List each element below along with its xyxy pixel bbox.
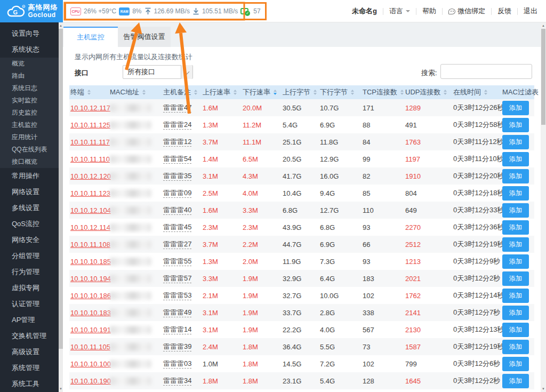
sidebar-item-qq-online-list[interactable]: QQ在线列表 [0,143,63,156]
sidebar-item-qos-flow-control[interactable]: QoS流控 [0,216,63,232]
host-note[interactable]: 雷雷雷14 [163,325,191,334]
host-note[interactable]: 雷雷雷09 [163,189,191,198]
add-button[interactable]: 添加 [502,306,529,320]
host-note[interactable]: 雷雷雷24 [163,121,191,130]
add-button[interactable]: 添加 [502,152,529,166]
sidebar-item-multiline-settings[interactable]: 多线设置 [0,200,63,216]
host-note[interactable]: 雷雷雷39 [163,342,191,351]
ip-link[interactable]: 10.10.11.123 [70,189,110,197]
host-note[interactable]: 雷雷雷57 [163,274,191,283]
sort-icon[interactable] [484,90,487,95]
ip-link[interactable]: 10.10.12.117 [70,104,110,112]
sidebar-item-switch-management[interactable]: 交换机管理 [0,328,63,344]
logo[interactable]: G R 高恪网络 Gocloud [0,0,63,22]
menu-feedback[interactable]: 反馈 [497,6,511,16]
ip-link[interactable]: 10.10.10.190 [70,377,111,385]
host-note[interactable]: 雷雷雷53 [163,291,191,300]
scroll-down-icon[interactable]: ▼ [541,386,546,391]
sidebar-scrollbar-thumb[interactable] [59,29,63,349]
sort-icon[interactable] [314,90,317,95]
ip-link[interactable]: 10.10.11.125 [70,121,110,129]
ip-link[interactable]: 10.10.11.105 [70,343,110,351]
tab-alarm-threshold[interactable]: 告警阀值设置 [118,27,171,47]
add-button[interactable]: 添加 [502,101,529,115]
add-button[interactable]: 添加 [502,237,529,252]
add-button[interactable]: 添加 [502,323,529,337]
sort-icon[interactable] [234,90,237,95]
host-note[interactable]: 雷雷雷40 [163,206,191,215]
sort-icon[interactable] [274,90,277,95]
column-header[interactable]: 上行字节 [282,85,319,99]
column-header[interactable]: 下行速率 [242,85,282,99]
sidebar-item-behavior-management[interactable]: 行为管理 [0,264,63,280]
sidebar-item-network-settings[interactable]: 网络设置 [0,184,63,200]
page-scrollbar[interactable]: ▲ ▼ [541,22,546,392]
host-note[interactable]: 雷雷雷12 [163,138,191,147]
chevron-down-icon[interactable] [181,65,192,79]
add-button[interactable]: 添加 [502,340,529,354]
sidebar-item-interface-overview[interactable]: 接口概览 [0,156,63,168]
scroll-down-icon[interactable]: ▼ [59,386,63,391]
sidebar-scrollbar[interactable]: ▲ ▼ [59,22,63,392]
sidebar-item-network-security[interactable]: 网络安全 [0,232,63,248]
sidebar-item-auth-management[interactable]: 认证管理 [0,296,63,312]
sidebar-item-system-tools[interactable]: 系统工具 [0,376,63,392]
add-button[interactable]: 添加 [502,203,529,218]
sort-icon[interactable] [351,90,354,95]
page-scrollbar-thumb[interactable] [541,29,545,125]
column-header[interactable]: TCP连接数 [362,85,404,99]
sidebar-item-app-stats[interactable]: 应用统计 [0,131,63,143]
host-note[interactable]: 雷雷雷47 [163,103,191,113]
column-header[interactable]: MAC地址 [109,85,162,99]
ip-link[interactable]: 10.10.10.100 [70,360,111,368]
column-header[interactable]: 上行速率 [202,85,242,99]
ip-link[interactable]: 10.10.12.120 [70,172,111,180]
sidebar-item-advanced-settings[interactable]: 高级设置 [0,344,63,360]
ip-link[interactable]: 10.10.11.110 [70,155,110,163]
sidebar-item-overview[interactable]: 概览 [0,58,63,70]
host-note[interactable]: 雷雷雷34 [163,377,191,386]
sidebar-item-system-status[interactable]: 系统状态 [0,42,63,58]
ip-link[interactable]: 10.10.12.104 [70,206,111,214]
menu-language[interactable]: 语言 [389,6,410,16]
sidebar-item-ap-management[interactable]: AP管理 [0,312,63,328]
add-button[interactable]: 添加 [502,271,529,286]
ip-link[interactable]: 10.10.10.186 [70,292,111,300]
tab-host-monitor[interactable]: 主机监控 [63,27,118,47]
sidebar-item-realtime-monitor[interactable]: 实时监控 [0,94,63,107]
host-note[interactable]: 雷雷雷49 [163,308,191,317]
search-input[interactable] [440,64,532,79]
menu-help[interactable]: 帮助 [422,6,436,16]
column-header[interactable]: 终端 [69,85,109,99]
add-button[interactable]: 添加 [502,186,529,201]
host-note[interactable]: 雷雷雷55 [163,257,191,266]
menu-wechat-bind[interactable]: 微信绑定 [448,6,485,16]
sort-icon[interactable] [142,90,146,95]
sidebar-item-host-monitor[interactable]: 主机监控 [0,119,63,131]
sidebar-item-group-management[interactable]: 分组管理 [0,248,63,264]
menu-username[interactable]: 未命名g [352,6,377,16]
add-button[interactable]: 添加 [502,118,529,132]
ip-link[interactable]: 10.10.12.114 [70,223,110,231]
host-note[interactable]: 雷雷雷03 [163,359,191,369]
sidebar-item-route[interactable]: 路由 [0,70,63,82]
ip-link[interactable]: 10.10.10.183 [70,309,111,317]
column-header[interactable]: 下行字节 [319,85,362,99]
sort-icon[interactable] [400,90,404,95]
sort-icon[interactable] [194,90,197,95]
column-header[interactable]: 在线时间 [452,85,501,99]
sidebar-item-vpn[interactable]: 虚拟专网 [0,280,63,296]
ip-link[interactable]: 10.10.11.117 [70,138,110,146]
add-button[interactable]: 添加 [502,374,529,388]
menu-logout[interactable]: 退出 [524,6,537,16]
column-header[interactable]: MAC过滤表 [501,85,534,99]
host-note[interactable]: 雷雷雷45 [163,223,191,232]
sidebar-item-setup-wizard[interactable]: 设置向导 [0,26,63,42]
add-button[interactable]: 添加 [502,135,529,149]
host-note[interactable]: 雷雷雷27 [163,240,191,249]
add-button[interactable]: 添加 [502,220,529,235]
sidebar-item-system-log[interactable]: 系统日志 [0,82,63,94]
column-header[interactable]: UDP连接数 [404,85,452,99]
host-note[interactable]: 雷雷雷54 [163,155,191,164]
sidebar-item-history-monitor[interactable]: 历史监控 [0,107,63,119]
